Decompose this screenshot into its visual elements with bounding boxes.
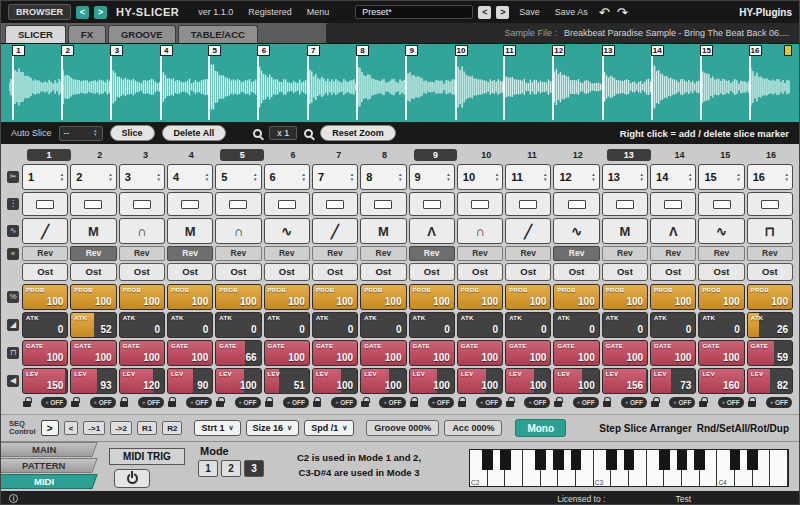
slice-marker-flag[interactable]: 2 (61, 45, 74, 56)
lock-icon[interactable] (71, 401, 79, 407)
gate-slider[interactable]: GATE100 (22, 340, 68, 366)
r2-button[interactable]: R2 (162, 421, 182, 435)
slice-marker-flag[interactable]: 9 (405, 45, 418, 56)
lock-icon[interactable] (313, 401, 321, 407)
stepper-arrows[interactable]: ▲▼ (736, 172, 740, 182)
atk-slider[interactable]: ATK0 (457, 312, 503, 338)
offset-select[interactable]: Ost (650, 263, 696, 281)
envelope-shape[interactable]: ∩ (457, 218, 503, 244)
off-toggle[interactable]: ●OFF (524, 397, 550, 408)
envelope-shape[interactable]: ∿ (698, 218, 744, 244)
direction-select[interactable]: > (41, 420, 59, 436)
lock-icon[interactable] (168, 401, 176, 407)
black-key[interactable] (747, 450, 758, 470)
prob-slider[interactable]: PROB100 (119, 284, 165, 310)
pan-slider-handle[interactable] (278, 200, 296, 209)
slice-select[interactable]: 15▲▼ (698, 164, 744, 190)
lev-slider[interactable]: LEV51 (264, 368, 310, 394)
gate-slider[interactable]: GATE100 (167, 340, 213, 366)
side-tab-pattern[interactable]: PATTERN (0, 458, 98, 473)
keyboard[interactable]: C2C3C4 (469, 449, 789, 487)
envelope-shape[interactable]: M (70, 218, 116, 244)
lev-slider[interactable]: LEV93 (70, 368, 116, 394)
gate-slider[interactable]: GATE100 (457, 340, 503, 366)
offset-select[interactable]: Ost (312, 263, 358, 281)
pan-slider-handle[interactable] (229, 200, 247, 209)
end-marker-flag[interactable] (784, 45, 792, 56)
offset-select[interactable]: Ost (360, 263, 406, 281)
lock-icon[interactable] (651, 401, 659, 407)
preset-next-button[interactable]: > (496, 6, 509, 19)
stepper-arrows[interactable]: ▲▼ (156, 172, 160, 182)
off-toggle[interactable]: ●OFF (573, 397, 599, 408)
pan-slider-handle[interactable] (181, 200, 199, 209)
prob-slider[interactable]: PROB100 (409, 284, 455, 310)
pan-slider[interactable] (505, 192, 551, 216)
gate-slider[interactable]: GATE100 (698, 340, 744, 366)
atk-slider[interactable]: ATK0 (698, 312, 744, 338)
atk-slider[interactable]: ATK0 (264, 312, 310, 338)
side-tab-midi[interactable]: MIDI (0, 474, 98, 489)
lev-slider[interactable]: LEV120 (119, 368, 165, 394)
off-toggle[interactable]: ●OFF (476, 397, 502, 408)
reverse-button[interactable]: Rev (167, 246, 213, 261)
pan-slider-handle[interactable] (664, 200, 682, 209)
offset-select[interactable]: Ost (119, 263, 165, 281)
off-toggle[interactable]: ●OFF (90, 397, 116, 408)
slice-select[interactable]: 12▲▼ (553, 164, 599, 190)
envelope-shape[interactable]: ∩ (119, 218, 165, 244)
stepper-arrows[interactable]: ▲▼ (60, 172, 64, 182)
slice-marker-flag[interactable]: 15 (700, 45, 713, 56)
slice-select[interactable]: 4▲▼ (167, 164, 213, 190)
reverse-button[interactable]: Rev (360, 246, 406, 261)
envelope-shape[interactable]: ╱ (505, 218, 551, 244)
reverse-button[interactable]: Rev (505, 246, 551, 261)
tab-fx[interactable]: FX (68, 25, 106, 43)
gate-slider[interactable]: GATE100 (264, 340, 310, 366)
stepper-arrows[interactable]: ▲▼ (350, 172, 354, 182)
atk-slider[interactable]: ATK0 (215, 312, 261, 338)
undo-icon[interactable]: ↶ (598, 6, 611, 19)
prob-slider[interactable]: PROB100 (22, 284, 68, 310)
stepper-arrows[interactable]: ▲▼ (688, 172, 692, 182)
prob-slider[interactable]: PROB100 (70, 284, 116, 310)
prob-slider[interactable]: PROB100 (457, 284, 503, 310)
slice-select[interactable]: 5▲▼ (215, 164, 261, 190)
save-as-button[interactable]: Save As (550, 5, 593, 19)
slice-select[interactable]: 11▲▼ (505, 164, 551, 190)
black-key[interactable] (500, 450, 511, 470)
waveform-display[interactable]: 12345678910111213141516 (1, 43, 799, 122)
slice-button[interactable]: Slice (110, 125, 155, 141)
atk-slider[interactable]: ATK0 (602, 312, 648, 338)
prob-slider[interactable]: PROB100 (602, 284, 648, 310)
offset-select[interactable]: Ost (698, 263, 744, 281)
offset-select[interactable]: Ost (70, 263, 116, 281)
menu-button[interactable]: Menu (302, 5, 335, 19)
lock-icon[interactable] (506, 401, 514, 407)
offset-select[interactable]: Ost (602, 263, 648, 281)
black-key[interactable] (553, 450, 564, 470)
envelope-shape[interactable]: ╱ (22, 218, 68, 244)
stepper-arrows[interactable]: ▲▼ (253, 172, 257, 182)
slice-marker-flag[interactable]: 7 (307, 45, 320, 56)
slice-select[interactable]: 14▲▼ (650, 164, 696, 190)
pan-slider-handle[interactable] (326, 200, 344, 209)
pan-slider[interactable] (22, 192, 68, 216)
reverse-button[interactable]: Rev (119, 246, 165, 261)
slice-select[interactable]: 9▲▼ (409, 164, 455, 190)
atk-slider[interactable]: ATK0 (167, 312, 213, 338)
gate-slider[interactable]: GATE100 (119, 340, 165, 366)
slice-select[interactable]: 7▲▼ (312, 164, 358, 190)
mode-2-button[interactable]: 2 (221, 460, 241, 477)
r1-button[interactable]: R1 (137, 421, 157, 435)
atk-slider[interactable]: ATK0 (312, 312, 358, 338)
slice-marker-flag[interactable]: 5 (208, 45, 221, 56)
envelope-shape[interactable]: Λ (650, 218, 696, 244)
prob-slider[interactable]: PROB100 (650, 284, 696, 310)
reverse-button[interactable]: Rev (747, 246, 793, 261)
offset-select[interactable]: Ost (22, 263, 68, 281)
reverse-button[interactable]: Rev (698, 246, 744, 261)
off-toggle[interactable]: ●OFF (186, 397, 212, 408)
pan-slider[interactable] (747, 192, 793, 216)
pan-slider[interactable] (360, 192, 406, 216)
